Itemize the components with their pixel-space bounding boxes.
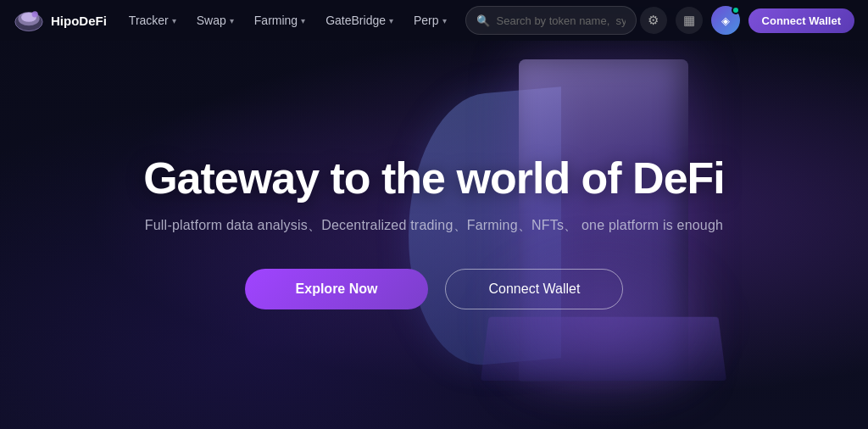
logo[interactable]: HipoDeFi (14, 5, 107, 36)
hero-section: Gateway to the world of DeFi Full-platfo… (0, 0, 868, 429)
online-dot (732, 6, 740, 14)
chevron-down-icon: ▾ (301, 16, 305, 25)
navbar: HipoDeFi Tracker ▾ Swap ▾ Farming ▾ Gate… (0, 0, 868, 41)
search-bar[interactable]: 🔍 (465, 6, 637, 35)
chevron-down-icon: ▾ (442, 16, 447, 25)
connect-wallet-button[interactable]: Connect Wallet (748, 8, 854, 33)
nav-item-tracker[interactable]: Tracker ▾ (120, 8, 185, 32)
nav-item-gatebridge[interactable]: GateBridge ▾ (317, 8, 402, 32)
search-input[interactable] (497, 14, 626, 27)
hero-connect-wallet-button[interactable]: Connect Wallet (445, 269, 623, 309)
avatar-icon: ◈ (721, 14, 730, 27)
chevron-down-icon: ▾ (389, 16, 393, 25)
grid-icon: ▦ (683, 13, 695, 28)
search-icon: 🔍 (476, 14, 490, 27)
gear-icon: ⚙ (648, 13, 659, 28)
hero-subtitle: Full-platform data analysis、Decentralize… (143, 217, 725, 235)
hero-content: Gateway to the world of DeFi Full-platfo… (143, 153, 725, 310)
logo-text: HipoDeFi (51, 14, 107, 28)
hero-title: Gateway to the world of DeFi (143, 153, 725, 204)
hero-buttons: Explore Now Connect Wallet (143, 269, 725, 309)
nav-item-farming[interactable]: Farming ▾ (246, 8, 314, 32)
settings-icon-btn[interactable]: ⚙ (640, 7, 667, 34)
svg-point-3 (32, 11, 38, 17)
chevron-down-icon: ▾ (230, 16, 234, 25)
nav-item-swap[interactable]: Swap ▾ (188, 8, 242, 32)
chevron-down-icon: ▾ (172, 16, 176, 25)
navbar-right: ⚙ ▦ ◈ Connect Wallet (640, 6, 854, 35)
avatar-btn[interactable]: ◈ (711, 6, 740, 35)
nav-item-perp[interactable]: Perp ▾ (405, 8, 455, 32)
explore-now-button[interactable]: Explore Now (245, 269, 429, 309)
grid-icon-btn[interactable]: ▦ (676, 7, 703, 34)
